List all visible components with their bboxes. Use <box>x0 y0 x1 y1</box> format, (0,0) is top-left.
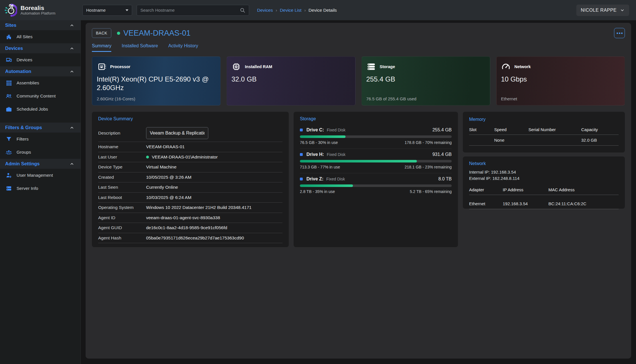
device-title: VEEAM-DRAAS-01 <box>123 29 191 38</box>
sidebar-section-devices[interactable]: Devices <box>0 43 80 53</box>
tab-summary[interactable]: Summary <box>92 43 111 52</box>
breadcrumb-devices[interactable]: Devices <box>257 8 273 13</box>
summary-row-description: Description <box>98 124 282 142</box>
drive-bullet-icon <box>300 178 303 180</box>
drive-usage-bar <box>300 135 452 138</box>
row-label: Last Reboot <box>98 195 146 200</box>
detail-panels-row: Device Summary Description Hostname VEEA… <box>92 112 625 247</box>
chevron-down-icon <box>620 8 625 13</box>
sidebar-section-filters-groups[interactable]: Filters & Groups <box>0 123 80 133</box>
sidebar-section-label: Sites <box>5 23 16 28</box>
network-value: 10 Gbps <box>501 75 620 84</box>
sidebar-section-admin-settings[interactable]: Admin Settings <box>0 159 80 169</box>
card-title: Processor <box>110 64 130 69</box>
user-gear-icon <box>6 172 12 178</box>
row-label: Last Seen <box>98 185 146 190</box>
row-label: Last User <box>98 154 146 160</box>
search-box[interactable] <box>137 5 249 16</box>
dropdown-selected-value: Hostname <box>86 8 106 13</box>
drive-bullet-icon <box>300 129 303 131</box>
user-menu-button[interactable]: NICOLE RAPPE <box>576 5 629 16</box>
chevron-up-icon <box>70 46 74 51</box>
groups-icon <box>6 149 12 155</box>
server-icon <box>6 185 12 192</box>
sidebar-item-community-content[interactable]: Community Content <box>0 90 80 103</box>
summary-row-created: Created 10/05/2025 @ 3:26 AM <box>98 172 282 183</box>
processor-card: Processor Intel(R) Xeon(R) CPU E5-2690 v… <box>92 56 221 105</box>
processor-value: Intel(R) Xeon(R) CPU E5-2690 v3 @ 2.60GH… <box>97 75 216 92</box>
sidebar-section-label: Admin Settings <box>5 161 40 166</box>
sidebar-section-automation[interactable]: Automation <box>0 66 80 76</box>
online-status-dot <box>117 32 120 35</box>
drive-size: 255.4 GB <box>432 127 452 133</box>
sidebar-item-groups[interactable]: Groups <box>0 146 80 159</box>
brand-name: Borealis <box>21 5 55 11</box>
row-value: Currently Online <box>146 185 178 190</box>
borealis-logo-icon <box>4 4 17 17</box>
brand: Borealis Automation Platform <box>0 4 81 17</box>
network-table-row: Ethernet 192.168.3.54 BC:24:11:CA:C6:2C <box>469 198 619 209</box>
sidebar-item-label: Server Info <box>17 186 38 191</box>
row-value: 05ba0e7935171d626ecea29b27d7ae175363cd90 <box>146 235 244 241</box>
cpu-icon <box>97 62 106 72</box>
summary-row-agent-guid: Agent GUID de16c0c1-8aa2-4d18-9585-9ce91… <box>98 223 282 233</box>
adapter-ip: 192.168.3.54 <box>503 201 548 206</box>
column-header: IP Address <box>503 187 548 192</box>
drive-usage-fill <box>300 160 417 162</box>
search-field-dropdown[interactable]: Hostname <box>82 5 132 16</box>
sidebar-item-label: All Sites <box>17 34 33 39</box>
people-icon <box>6 93 12 99</box>
drive-size: 931.4 GB <box>432 152 452 157</box>
back-button[interactable]: BACK <box>92 28 111 38</box>
sidebar-item-filters[interactable]: Filters <box>0 133 80 146</box>
description-input[interactable] <box>146 127 208 139</box>
sidebar-section-label: Devices <box>5 46 23 51</box>
row-label: Description <box>98 131 146 136</box>
sidebar-item-label: Devices <box>17 57 32 62</box>
row-label: Operating System <box>98 205 146 210</box>
row-value: VEEAM-DRAAS-01\Administrator <box>146 154 218 160</box>
drive-usage-bar <box>300 184 452 187</box>
summary-row-hostname: Hostname VEEAM-DRAAS-01 <box>98 142 282 152</box>
sidebar-item-scheduled-jobs[interactable]: Scheduled Jobs <box>0 103 80 116</box>
sidebar-section-label: Filters & Groups <box>5 125 42 130</box>
drive-row-z: Drive Z: Fixed Disk 8.0 TB 2.8 TB - 35% … <box>300 173 452 198</box>
caret-down-icon <box>126 9 128 11</box>
row-label: Device Type <box>98 164 146 170</box>
column-header: Capacity <box>581 127 619 132</box>
more-actions-button[interactable] <box>614 28 625 38</box>
sidebar-item-server-info[interactable]: Server Info <box>0 182 80 195</box>
tab-activity-history[interactable]: Activity History <box>168 43 198 52</box>
chevron-up-icon <box>70 69 74 74</box>
sidebar-item-user-management[interactable]: User Management <box>0 169 80 182</box>
drive-usage-fill <box>300 135 346 138</box>
sidebar-item-all-sites[interactable]: All Sites <box>0 30 80 43</box>
memory-panel: Memory Slot Speed Serial Number Capacity… <box>463 112 625 152</box>
funnel-icon <box>6 136 12 142</box>
drive-size: 8.0 TB <box>438 176 452 182</box>
summary-row-agent-hash: Agent Hash 05ba0e7935171d626ecea29b27d7a… <box>98 233 282 243</box>
storage-panel: Storage Drive C: Fixed Disk 255.4 GB 76.… <box>294 112 458 247</box>
drive-used-label: 713.3 GB - 77% in use <box>300 165 340 169</box>
breadcrumb-device-list[interactable]: Device List <box>280 8 302 13</box>
drive-bullet-icon <box>300 153 303 156</box>
sidebar-item-assemblies[interactable]: Assemblies <box>0 76 80 90</box>
sidebar-item-label: Filters <box>17 137 29 142</box>
sidebar-section-sites[interactable]: Sites <box>0 20 80 30</box>
adapter-name: Ethernet <box>469 201 503 206</box>
breadcrumb-current: Device Details <box>308 8 337 13</box>
sidebar-item-devices[interactable]: Devices <box>0 53 80 66</box>
row-label: Created <box>98 175 146 180</box>
row-value: 10/03/2025 @ 6:24 AM <box>146 195 191 200</box>
column-header: Serial Number <box>528 127 581 132</box>
summary-row-last-seen: Last Seen Currently Online <box>98 182 282 193</box>
network-card: Network 10 Gbps Ethernet <box>496 56 625 105</box>
stat-cards-row: Processor Intel(R) Xeon(R) CPU E5-2690 v… <box>92 56 625 105</box>
panel-title: Storage <box>300 116 452 121</box>
summary-row-agent-id: Agent ID veeam-draas-01-agent-svc-8930a3… <box>98 213 282 223</box>
ram-icon <box>231 62 241 72</box>
briefcase-icon <box>6 106 12 112</box>
tab-installed-software[interactable]: Installed Software <box>122 43 158 52</box>
search-input[interactable] <box>140 8 235 13</box>
row-value: Windows 10 2022 Datacenter 21H2 Build 20… <box>146 205 252 210</box>
